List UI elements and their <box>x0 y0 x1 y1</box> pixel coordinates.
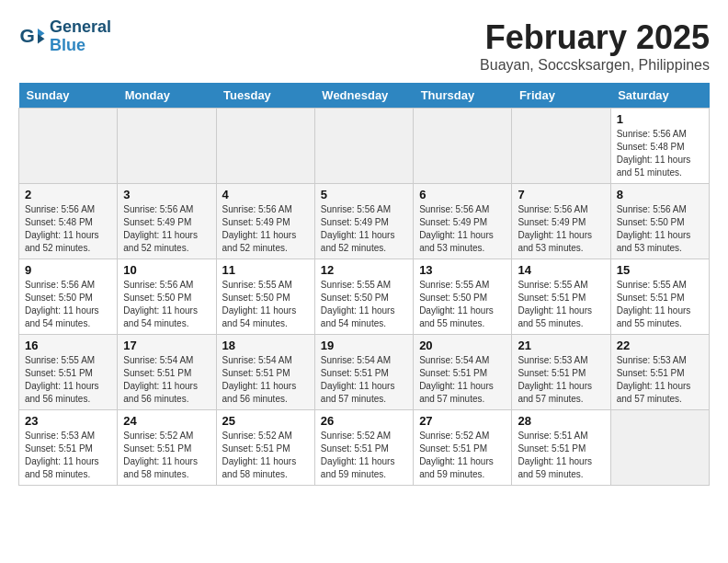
day-cell: 7Sunrise: 5:56 AM Sunset: 5:49 PM Daylig… <box>512 184 610 259</box>
day-cell: 17Sunrise: 5:54 AM Sunset: 5:51 PM Dayli… <box>118 335 216 410</box>
day-info: Sunrise: 5:56 AM Sunset: 5:50 PM Dayligh… <box>25 279 111 330</box>
day-number: 4 <box>222 188 309 201</box>
logo-icon: G <box>18 23 46 51</box>
day-info: Sunrise: 5:56 AM Sunset: 5:48 PM Dayligh… <box>617 128 703 179</box>
day-number: 15 <box>617 263 703 277</box>
day-info: Sunrise: 5:56 AM Sunset: 5:49 PM Dayligh… <box>222 203 309 255</box>
day-number: 26 <box>321 414 407 428</box>
page-header: G General Blue February 2025 Buayan, Soc… <box>18 18 710 74</box>
day-info: Sunrise: 5:56 AM Sunset: 5:48 PM Dayligh… <box>25 203 111 255</box>
day-cell <box>610 410 709 486</box>
day-info: Sunrise: 5:55 AM Sunset: 5:50 PM Dayligh… <box>321 279 407 330</box>
day-number: 18 <box>222 339 309 352</box>
day-cell: 13Sunrise: 5:55 AM Sunset: 5:50 PM Dayli… <box>414 259 512 335</box>
svg-text:G: G <box>20 25 35 46</box>
day-info: Sunrise: 5:53 AM Sunset: 5:51 PM Dayligh… <box>617 354 703 406</box>
logo-text-blue: Blue <box>50 37 111 55</box>
day-info: Sunrise: 5:55 AM Sunset: 5:51 PM Dayligh… <box>617 279 703 330</box>
day-cell: 20Sunrise: 5:54 AM Sunset: 5:51 PM Dayli… <box>414 335 512 410</box>
day-info: Sunrise: 5:52 AM Sunset: 5:51 PM Dayligh… <box>222 430 309 481</box>
week-row-3: 9Sunrise: 5:56 AM Sunset: 5:50 PM Daylig… <box>19 259 710 335</box>
logo-text-general: General <box>50 18 111 37</box>
week-row-1: 1Sunrise: 5:56 AM Sunset: 5:48 PM Daylig… <box>19 109 710 184</box>
week-row-2: 2Sunrise: 5:56 AM Sunset: 5:48 PM Daylig… <box>19 184 710 259</box>
header-row: SundayMondayTuesdayWednesdayThursdayFrid… <box>19 83 710 109</box>
day-number: 1 <box>617 112 703 126</box>
day-cell: 26Sunrise: 5:52 AM Sunset: 5:51 PM Dayli… <box>314 410 413 486</box>
day-cell: 22Sunrise: 5:53 AM Sunset: 5:51 PM Dayli… <box>610 335 709 410</box>
day-number: 28 <box>518 414 604 428</box>
calendar-subtitle: Buayan, Soccsksargen, Philippines <box>480 57 710 74</box>
title-section: February 2025 Buayan, Soccsksargen, Phil… <box>480 18 710 74</box>
day-cell: 27Sunrise: 5:52 AM Sunset: 5:51 PM Dayli… <box>414 410 512 486</box>
logo: G General Blue <box>18 18 111 55</box>
day-cell: 4Sunrise: 5:56 AM Sunset: 5:49 PM Daylig… <box>216 184 314 259</box>
day-info: Sunrise: 5:54 AM Sunset: 5:51 PM Dayligh… <box>321 354 407 406</box>
column-header-thursday: Thursday <box>414 83 512 109</box>
calendar-table: SundayMondayTuesdayWednesdayThursdayFrid… <box>18 83 710 486</box>
day-cell: 6Sunrise: 5:56 AM Sunset: 5:49 PM Daylig… <box>414 184 512 259</box>
day-number: 14 <box>518 263 604 277</box>
day-info: Sunrise: 5:54 AM Sunset: 5:51 PM Dayligh… <box>123 354 210 406</box>
day-number: 21 <box>518 339 604 352</box>
day-number: 10 <box>123 263 210 277</box>
day-number: 23 <box>25 414 111 428</box>
day-cell: 12Sunrise: 5:55 AM Sunset: 5:50 PM Dayli… <box>314 259 413 335</box>
day-number: 2 <box>25 188 111 201</box>
day-info: Sunrise: 5:54 AM Sunset: 5:51 PM Dayligh… <box>222 354 309 406</box>
day-cell: 19Sunrise: 5:54 AM Sunset: 5:51 PM Dayli… <box>314 335 413 410</box>
column-header-friday: Friday <box>512 83 610 109</box>
day-cell: 2Sunrise: 5:56 AM Sunset: 5:48 PM Daylig… <box>19 184 118 259</box>
day-number: 19 <box>321 339 407 352</box>
day-info: Sunrise: 5:55 AM Sunset: 5:51 PM Dayligh… <box>25 354 111 406</box>
day-info: Sunrise: 5:56 AM Sunset: 5:49 PM Dayligh… <box>419 203 506 255</box>
day-cell <box>314 109 413 184</box>
day-cell: 18Sunrise: 5:54 AM Sunset: 5:51 PM Dayli… <box>216 335 314 410</box>
day-info: Sunrise: 5:52 AM Sunset: 5:51 PM Dayligh… <box>419 430 506 481</box>
day-cell: 10Sunrise: 5:56 AM Sunset: 5:50 PM Dayli… <box>118 259 216 335</box>
day-cell: 15Sunrise: 5:55 AM Sunset: 5:51 PM Dayli… <box>610 259 709 335</box>
column-header-wednesday: Wednesday <box>314 83 413 109</box>
day-info: Sunrise: 5:56 AM Sunset: 5:50 PM Dayligh… <box>123 279 210 330</box>
day-number: 25 <box>222 414 309 428</box>
column-header-sunday: Sunday <box>19 83 118 109</box>
day-cell: 3Sunrise: 5:56 AM Sunset: 5:49 PM Daylig… <box>118 184 216 259</box>
day-number: 11 <box>222 263 309 277</box>
day-number: 27 <box>419 414 506 428</box>
day-cell: 14Sunrise: 5:55 AM Sunset: 5:51 PM Dayli… <box>512 259 610 335</box>
day-number: 7 <box>518 188 604 201</box>
column-header-monday: Monday <box>118 83 216 109</box>
day-info: Sunrise: 5:55 AM Sunset: 5:51 PM Dayligh… <box>518 279 604 330</box>
day-cell <box>118 109 216 184</box>
day-number: 20 <box>419 339 506 352</box>
day-number: 5 <box>321 188 407 201</box>
day-number: 13 <box>419 263 506 277</box>
week-row-5: 23Sunrise: 5:53 AM Sunset: 5:51 PM Dayli… <box>19 410 710 486</box>
day-info: Sunrise: 5:55 AM Sunset: 5:50 PM Dayligh… <box>419 279 506 330</box>
day-info: Sunrise: 5:56 AM Sunset: 5:50 PM Dayligh… <box>617 203 703 255</box>
day-number: 12 <box>321 263 407 277</box>
day-number: 22 <box>617 339 703 352</box>
day-cell <box>19 109 118 184</box>
day-info: Sunrise: 5:55 AM Sunset: 5:50 PM Dayligh… <box>222 279 309 330</box>
day-number: 16 <box>25 339 111 352</box>
day-cell: 24Sunrise: 5:52 AM Sunset: 5:51 PM Dayli… <box>118 410 216 486</box>
column-header-saturday: Saturday <box>610 83 709 109</box>
column-header-tuesday: Tuesday <box>216 83 314 109</box>
day-number: 3 <box>123 188 210 201</box>
day-number: 6 <box>419 188 506 201</box>
calendar-title: February 2025 <box>480 18 710 57</box>
day-info: Sunrise: 5:53 AM Sunset: 5:51 PM Dayligh… <box>518 354 604 406</box>
day-cell: 9Sunrise: 5:56 AM Sunset: 5:50 PM Daylig… <box>19 259 118 335</box>
day-cell: 25Sunrise: 5:52 AM Sunset: 5:51 PM Dayli… <box>216 410 314 486</box>
day-cell: 8Sunrise: 5:56 AM Sunset: 5:50 PM Daylig… <box>610 184 709 259</box>
day-number: 9 <box>25 263 111 277</box>
day-cell: 5Sunrise: 5:56 AM Sunset: 5:49 PM Daylig… <box>314 184 413 259</box>
day-cell: 11Sunrise: 5:55 AM Sunset: 5:50 PM Dayli… <box>216 259 314 335</box>
day-info: Sunrise: 5:51 AM Sunset: 5:51 PM Dayligh… <box>518 430 604 481</box>
day-info: Sunrise: 5:56 AM Sunset: 5:49 PM Dayligh… <box>123 203 210 255</box>
day-info: Sunrise: 5:52 AM Sunset: 5:51 PM Dayligh… <box>321 430 407 481</box>
day-info: Sunrise: 5:56 AM Sunset: 5:49 PM Dayligh… <box>321 203 407 255</box>
week-row-4: 16Sunrise: 5:55 AM Sunset: 5:51 PM Dayli… <box>19 335 710 410</box>
day-number: 24 <box>123 414 210 428</box>
